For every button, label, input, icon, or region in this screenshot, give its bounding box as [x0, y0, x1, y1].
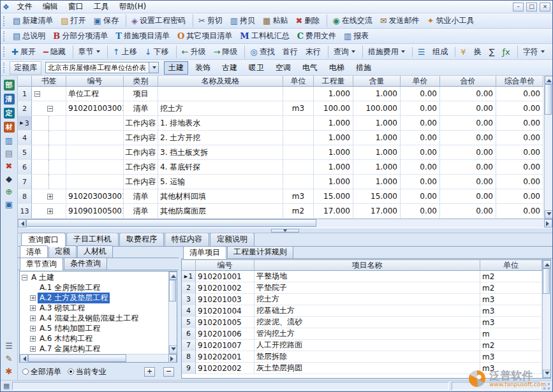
- add-button[interactable]: +: [144, 367, 155, 377]
- row-number[interactable]: 1: [182, 271, 196, 282]
- bottom-tab[interactable]: 定额说明: [210, 233, 254, 246]
- move-up-button[interactable]: ↑ 上移: [107, 45, 140, 59]
- row-number[interactable]: 2: [18, 101, 32, 116]
- tree-item[interactable]: A.6 木结构工程: [20, 333, 168, 344]
- list-icon[interactable]: ☰: [5, 341, 13, 351]
- save-button[interactable]: ▣ 保存: [91, 14, 122, 27]
- grid-vertical-scrollbar[interactable]: [544, 76, 552, 219]
- list-type-tab[interactable]: 人材机: [77, 245, 113, 258]
- toolbar-grip[interactable]: [3, 31, 6, 41]
- close-button[interactable]: ×: [540, 3, 550, 11]
- list-row[interactable]: 3 910201003 挖土方 m3: [182, 294, 542, 305]
- send-mail-button[interactable]: ✉ 发送邮件: [377, 14, 423, 27]
- sum-button[interactable]: ∑: [486, 47, 498, 57]
- combobox-dropdown-icon[interactable]: [149, 62, 158, 73]
- trade-tab[interactable]: 措施: [351, 61, 376, 75]
- query-mode-tab[interactable]: 章节查询: [20, 258, 63, 270]
- list-row[interactable]: 7 910201007 人工开挖路面 m2: [182, 340, 542, 351]
- row-number[interactable]: 8: [18, 189, 32, 204]
- material-tool[interactable]: 材: [4, 122, 15, 133]
- query-button[interactable]: 查询: [328, 45, 358, 59]
- row-number[interactable]: 5: [18, 145, 32, 160]
- pane-splitter[interactable]: [18, 228, 552, 233]
- zhuye-tools-button[interactable]: ✦ 筑业小工具: [424, 14, 478, 27]
- list-vertical-scrollbar[interactable]: [542, 260, 550, 378]
- fee-file-button[interactable]: C 费用文件: [294, 29, 339, 43]
- column-header[interactable]: 名称及规格: [158, 76, 283, 87]
- general-notes-button[interactable]: ▤ 总说明: [10, 29, 48, 43]
- menu-item[interactable]: 编辑: [38, 1, 63, 13]
- sections-tool[interactable]: 部: [4, 80, 15, 91]
- bottom-tab[interactable]: 特征内容: [165, 233, 209, 246]
- boq-row[interactable]: 4 工作内容 2. 土方开挖 1.000 1.000 0.00 0.00: [18, 131, 544, 145]
- row-number[interactable]: 1: [18, 87, 32, 101]
- open-button[interactable]: ▨ 打开: [57, 14, 89, 27]
- hide-button[interactable]: ━ 隐藏: [40, 45, 69, 59]
- menu-item[interactable]: 文件: [13, 1, 37, 13]
- toolbar-grip[interactable]: [3, 16, 6, 26]
- scrollbar-thumb[interactable]: [545, 84, 552, 115]
- boq-row[interactable]: 7 工作内容 5. 运输 1.000 1.000 0.00 0.00: [18, 175, 544, 189]
- column-header[interactable]: 编号: [66, 76, 124, 87]
- column-header[interactable]: 单位: [480, 260, 542, 271]
- tree-vertical-scrollbar[interactable]: [168, 272, 177, 354]
- trade-tab[interactable]: 土建: [164, 61, 188, 75]
- find-button[interactable]: ◎ 查找: [244, 45, 277, 59]
- tree-expand-icon[interactable]: [34, 91, 40, 97]
- tree-expand-icon[interactable]: [47, 194, 53, 200]
- toolbar-grip[interactable]: [3, 62, 6, 73]
- replace-button[interactable]: 换: [471, 45, 485, 59]
- row-number[interactable]: 7: [182, 340, 196, 351]
- measures-list-button[interactable]: T 措施项目清单: [112, 29, 173, 43]
- bottom-tab[interactable]: 取费程序: [119, 233, 164, 246]
- tree-expand-icon[interactable]: [30, 316, 36, 321]
- bottom-tab[interactable]: 子目工料机: [66, 233, 119, 246]
- scrollbar-thumb[interactable]: [169, 280, 176, 301]
- status-grid-icon[interactable]: ▦: [3, 382, 10, 390]
- quota-tool[interactable]: 定: [4, 108, 15, 119]
- last-row-button[interactable]: 末行: [302, 45, 324, 59]
- column-header[interactable]: 类别: [124, 76, 158, 87]
- tree-item[interactable]: A.1 全房拆除工程: [20, 282, 168, 293]
- edit-icon[interactable]: ✎: [6, 354, 13, 363]
- row-number[interactable]: 13: [18, 204, 32, 219]
- trade-tab[interactable]: 装饰: [191, 61, 215, 75]
- scroll-down-icon[interactable]: [545, 210, 553, 219]
- grid-horizontal-scrollbar[interactable]: [18, 219, 552, 228]
- other-items-button[interactable]: O 其它项目清单: [174, 29, 235, 43]
- boq-row[interactable]: 2 910201003001 清单 挖土方 m3 100.00 100.000 …: [18, 101, 544, 116]
- cost-button[interactable]: ¥: [455, 47, 469, 57]
- column-header[interactable]: 合价: [440, 76, 496, 87]
- scrollbar-thumb[interactable]: [543, 268, 550, 294]
- tree-expand-icon[interactable]: [30, 295, 36, 301]
- bookmark-button[interactable]: 书签: [549, 45, 553, 59]
- tree-expand-icon[interactable]: [47, 208, 53, 214]
- list-row[interactable]: 2 910201002 平垫院子 m2: [182, 282, 542, 294]
- column-header[interactable]: 含量: [353, 76, 401, 87]
- filter-radio[interactable]: 当前专业: [68, 367, 107, 377]
- labor-material-summary-button[interactable]: M 工料机汇总: [237, 29, 292, 43]
- menu-item[interactable]: 窗口: [64, 1, 88, 13]
- column-header[interactable]: 单价: [401, 76, 440, 87]
- scroll-up-icon[interactable]: [545, 76, 553, 84]
- list-type-tab[interactable]: 定额: [48, 245, 77, 258]
- scroll-right-icon[interactable]: [168, 354, 177, 363]
- tree-expand-icon[interactable]: [48, 131, 49, 145]
- subdivision-list-button[interactable]: B 分部分项清单: [50, 29, 111, 43]
- scroll-left-icon[interactable]: [18, 219, 26, 228]
- column-header[interactable]: 综合单价: [496, 76, 543, 87]
- tree-item[interactable]: A 土建: [20, 272, 168, 282]
- trade-tab[interactable]: 古建: [218, 61, 242, 75]
- row-number[interactable]: 7: [18, 175, 32, 189]
- new-list-button[interactable]: ▤ 新建清单: [10, 14, 56, 27]
- demote-button[interactable]: → 降级: [210, 45, 240, 59]
- delete-button[interactable]: ✖ 删除: [292, 14, 323, 27]
- project-password-button[interactable]: ◈ 设置工程密码: [126, 14, 189, 27]
- row-number[interactable]: 2: [182, 282, 196, 294]
- row-number[interactable]: 8: [182, 351, 196, 363]
- minimize-button[interactable]: –: [513, 3, 524, 11]
- scrollbar-thumb[interactable]: [26, 219, 316, 227]
- boq-row[interactable]: 3 工作内容 1. 排地表水 1.000 1.000 0.00 0.00: [18, 116, 544, 131]
- promote-button[interactable]: ← 升级: [176, 45, 209, 59]
- measure-fee-button[interactable]: 措施费用: [362, 45, 408, 59]
